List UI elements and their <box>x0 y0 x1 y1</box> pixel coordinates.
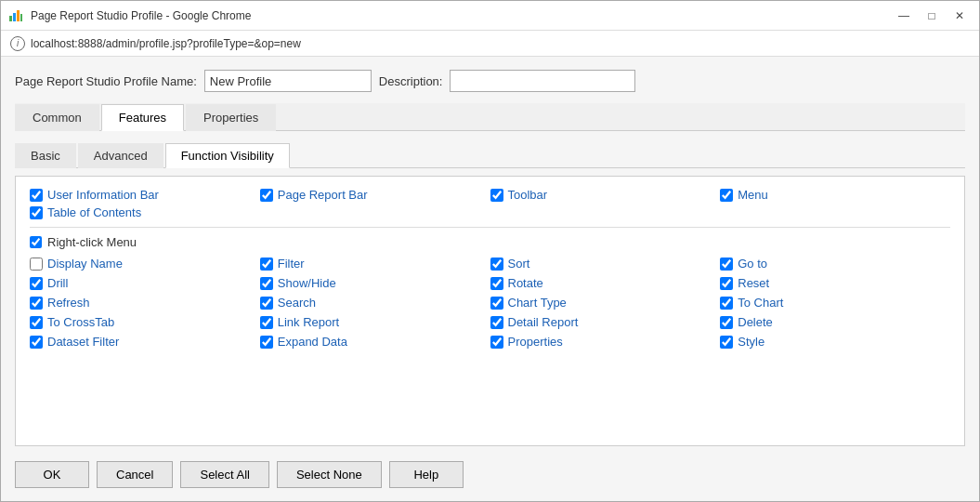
checkbox-detail-report-label[interactable]: Detail Report <box>508 315 579 329</box>
checkbox-to-chart-input[interactable] <box>720 297 733 310</box>
checkbox-delete-input[interactable] <box>720 316 733 329</box>
checkbox-page-report-bar-label[interactable]: Page Report Bar <box>278 188 368 202</box>
main-content: Page Report Studio Profile Name: Descrip… <box>1 57 979 501</box>
window-controls: — □ ✕ <box>892 7 972 25</box>
checkbox-rotate-label[interactable]: Rotate <box>508 276 543 290</box>
checkbox-delete-label[interactable]: Delete <box>738 315 773 329</box>
checkbox-expand-data: Expand Data <box>260 335 490 349</box>
checkbox-show-hide-input[interactable] <box>260 277 273 290</box>
checkbox-properties-label[interactable]: Properties <box>508 335 563 349</box>
checkbox-filter-label[interactable]: Filter <box>278 257 305 271</box>
checkbox-drill-input[interactable] <box>30 277 43 290</box>
checkbox-show-hide-label[interactable]: Show/Hide <box>278 276 336 290</box>
checkbox-style-input[interactable] <box>720 336 733 349</box>
checkbox-to-crosstab-input[interactable] <box>30 316 43 329</box>
checkbox-search: Search <box>260 296 490 310</box>
checkbox-menu-input[interactable] <box>720 189 733 202</box>
checkbox-reset-input[interactable] <box>720 277 733 290</box>
select-none-button[interactable]: Select None <box>277 461 382 488</box>
checkbox-link-report-input[interactable] <box>260 316 273 329</box>
checkbox-link-report-label[interactable]: Link Report <box>278 315 339 329</box>
right-click-items-grid: Display Name Filter Sort Go to Dri <box>30 257 950 349</box>
checkbox-reset: Reset <box>720 276 950 290</box>
sub-tab-function-visibility[interactable]: Function Visibility <box>165 143 290 168</box>
bottom-bar: OK Cancel Select All Select None Help <box>15 454 965 492</box>
profile-name-input[interactable] <box>204 70 372 92</box>
checkbox-table-of-contents: Table of Contents <box>30 205 260 219</box>
checkbox-user-info-bar-input[interactable] <box>30 189 43 202</box>
sub-tab-basic[interactable]: Basic <box>15 143 76 168</box>
profile-name-row: Page Report Studio Profile Name: Descrip… <box>15 66 965 96</box>
checkbox-chart-type-input[interactable] <box>490 297 503 310</box>
help-button[interactable]: Help <box>389 461 464 488</box>
checkbox-to-crosstab-label[interactable]: To CrossTab <box>47 315 114 329</box>
checkbox-detail-report: Detail Report <box>490 315 721 329</box>
title-bar: Page Report Studio Profile - Google Chro… <box>1 1 979 31</box>
checkbox-user-info-bar: User Information Bar <box>30 188 260 202</box>
minimize-button[interactable]: — <box>892 7 916 25</box>
right-click-menu-label: Right-click Menu <box>47 235 137 249</box>
checkbox-search-label[interactable]: Search <box>278 296 316 310</box>
checkbox-refresh: Refresh <box>30 296 260 310</box>
checkbox-properties: Properties <box>490 335 721 349</box>
tab-common[interactable]: Common <box>15 104 99 131</box>
checkbox-sort-input[interactable] <box>490 258 503 271</box>
checkbox-link-report: Link Report <box>260 315 490 329</box>
checkbox-goto-input[interactable] <box>720 258 733 271</box>
checkbox-toolbar-label[interactable]: Toolbar <box>508 188 548 202</box>
checkbox-page-report-bar-input[interactable] <box>260 189 273 202</box>
checkbox-drill-label[interactable]: Drill <box>47 276 68 290</box>
checkbox-properties-input[interactable] <box>490 336 503 349</box>
checkbox-dataset-filter-input[interactable] <box>30 336 43 349</box>
checkbox-right-click-menu-input[interactable] <box>30 236 42 248</box>
checkbox-expand-data-input[interactable] <box>260 336 273 349</box>
sub-tab-advanced[interactable]: Advanced <box>78 143 163 168</box>
checkbox-dataset-filter-label[interactable]: Dataset Filter <box>47 335 119 349</box>
checkbox-toolbar: Toolbar <box>490 188 721 202</box>
checkbox-detail-report-input[interactable] <box>490 316 503 329</box>
description-input[interactable] <box>450 70 635 92</box>
checkbox-refresh-label[interactable]: Refresh <box>47 296 90 310</box>
checkbox-rotate-input[interactable] <box>490 277 503 290</box>
checkbox-to-crosstab: To CrossTab <box>30 315 260 329</box>
checkbox-chart-type-label[interactable]: Chart Type <box>508 296 567 310</box>
checkbox-toolbar-input[interactable] <box>490 189 503 202</box>
tab-properties[interactable]: Properties <box>186 104 276 131</box>
checkbox-goto-label[interactable]: Go to <box>738 257 767 271</box>
checkbox-filter-input[interactable] <box>260 258 273 271</box>
checkbox-to-chart: To Chart <box>720 296 950 310</box>
tab-content: User Information Bar Page Report Bar Too… <box>15 176 965 446</box>
checkbox-display-name: Display Name <box>30 257 260 271</box>
checkbox-user-info-bar-label[interactable]: User Information Bar <box>47 188 159 202</box>
checkbox-menu-label[interactable]: Menu <box>738 188 768 202</box>
close-button[interactable]: ✕ <box>947 7 972 25</box>
svg-rect-3 <box>20 14 22 21</box>
checkbox-refresh-input[interactable] <box>30 297 43 310</box>
address-text: localhost:8888/admin/profile.jsp?profile… <box>31 37 301 50</box>
checkbox-show-hide: Show/Hide <box>260 276 490 290</box>
checkbox-display-name-input[interactable] <box>30 258 43 271</box>
checkbox-sort-label[interactable]: Sort <box>508 257 530 271</box>
checkbox-reset-label[interactable]: Reset <box>738 276 769 290</box>
checkbox-search-input[interactable] <box>260 297 273 310</box>
checkbox-filter: Filter <box>260 257 490 271</box>
svg-rect-2 <box>17 10 20 21</box>
svg-rect-0 <box>9 16 12 21</box>
checkbox-to-chart-label[interactable]: To Chart <box>738 296 783 310</box>
sub-tab-bar: Basic Advanced Function Visibility <box>15 142 965 168</box>
checkbox-expand-data-label[interactable]: Expand Data <box>278 335 347 349</box>
main-tab-bar: Common Features Properties <box>15 103 965 131</box>
checkbox-table-of-contents-label[interactable]: Table of Contents <box>47 205 141 219</box>
checkbox-dataset-filter: Dataset Filter <box>30 335 260 349</box>
cancel-button[interactable]: Cancel <box>97 461 173 488</box>
checkbox-style-label[interactable]: Style <box>738 335 764 349</box>
checkbox-display-name-label[interactable]: Display Name <box>47 257 123 271</box>
select-all-button[interactable]: Select All <box>180 461 268 488</box>
checkbox-table-of-contents-input[interactable] <box>30 206 43 219</box>
maximize-button[interactable]: □ <box>920 7 944 25</box>
checkbox-drill: Drill <box>30 276 260 290</box>
tab-features[interactable]: Features <box>101 104 184 131</box>
checkbox-page-report-bar: Page Report Bar <box>260 188 490 202</box>
ok-button[interactable]: OK <box>15 461 89 488</box>
info-icon: i <box>10 36 25 51</box>
